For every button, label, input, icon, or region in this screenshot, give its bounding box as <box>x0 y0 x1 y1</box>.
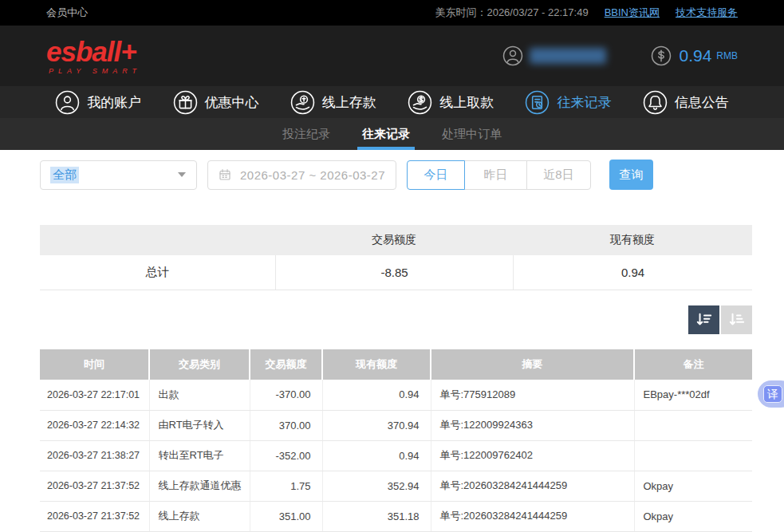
summary-header-balance: 现有额度 <box>513 225 752 255</box>
table-row: 2026-03-27 21:37:52线上存款351.00351.18单号:20… <box>40 501 752 531</box>
table-cell: Okpay <box>634 501 752 531</box>
summary-header: 交易额度 现有额度 <box>40 225 752 255</box>
column-header: 时间 <box>40 349 149 380</box>
date-range-value: 2026-03-27 ~ 2026-03-27 <box>240 168 385 182</box>
nav-item-gift[interactable]: 优惠中心 <box>173 90 259 115</box>
quick-date-button-0[interactable]: 今日 <box>407 160 465 190</box>
nav-item-user[interactable]: 我的账户 <box>55 90 141 115</box>
balance-currency: RMB <box>716 50 738 61</box>
date-range-input[interactable]: 2026-03-27 ~ 2026-03-27 <box>207 160 396 190</box>
transaction-type-select[interactable]: 全部 <box>40 160 197 190</box>
summary-header-empty <box>40 225 275 255</box>
column-header: 交易额度 <box>250 349 322 380</box>
withdraw-icon <box>408 90 432 115</box>
summary-header-trade: 交易额度 <box>275 225 513 255</box>
table-cell: 1.75 <box>250 471 322 501</box>
quick-date-group: 今日昨日近8日 <box>407 160 591 190</box>
deposit-icon <box>290 90 315 115</box>
logo-text: esball+ <box>46 37 141 65</box>
sort-descending-icon <box>695 312 713 328</box>
calendar-icon <box>218 167 232 182</box>
table-cell: 线上存款通道优惠 <box>149 471 250 501</box>
nav-label: 优惠中心 <box>205 93 259 112</box>
column-header: 现有额度 <box>322 349 431 380</box>
table-cell: 370.00 <box>250 410 322 440</box>
table-cell: -370.00 <box>250 380 322 410</box>
records-table-header: 时间交易类别交易额度现有额度摘要备注 <box>40 349 752 380</box>
table-cell <box>634 440 752 471</box>
table-cell: 2026-03-27 21:37:52 <box>40 501 149 531</box>
topbar-right: 美东时间：2026/03/27 - 22:17:49 BBIN资讯网 技术支持服… <box>435 6 738 20</box>
bell-icon <box>643 90 668 115</box>
table-cell: 370.94 <box>322 410 431 440</box>
sort-ascending-button[interactable] <box>721 305 752 334</box>
user-account[interactable] <box>502 45 606 66</box>
username-blurred <box>530 48 606 64</box>
table-cell: -352.00 <box>250 440 322 471</box>
table-cell: 352.94 <box>322 471 431 501</box>
table-cell: 由RT电子转入 <box>149 410 250 440</box>
table-cell: 线上存款 <box>149 501 250 531</box>
nav-label: 往来记录 <box>557 93 611 112</box>
subtab-1[interactable]: 往来记录 <box>357 118 415 150</box>
sort-ascending-icon <box>728 312 746 328</box>
translate-button[interactable]: 译 <box>758 380 784 408</box>
table-row: 2026-03-27 22:17:01出款-370.000.94单号:77591… <box>40 380 752 410</box>
subtab-0[interactable]: 投注纪录 <box>278 118 335 150</box>
summary-total-label: 总计 <box>40 255 275 290</box>
table-cell: Okpay <box>634 471 752 501</box>
table-cell: 转出至RT电子 <box>149 440 250 471</box>
table-row: 2026-03-27 21:38:27转出至RT电子-352.000.94单号:… <box>40 440 752 471</box>
bbin-news-link[interactable]: BBIN资讯网 <box>605 6 660 20</box>
nav-label: 线上取款 <box>439 93 494 112</box>
wallet-balance[interactable]: 0.94 RMB <box>651 45 738 66</box>
table-cell: 单号:775912089 <box>431 380 634 410</box>
user-icon <box>55 90 80 115</box>
filter-row: 全部 2026-03-27 ~ 2026-03-27 今日昨日近8日 查询 <box>40 160 752 190</box>
quick-date-button-1[interactable]: 昨日 <box>464 160 527 190</box>
column-header: 备注 <box>634 349 752 380</box>
quick-date-button-2[interactable]: 近8日 <box>526 160 591 190</box>
summary-total-row: 总计 -8.85 0.94 <box>40 255 752 290</box>
records-icon <box>525 90 550 115</box>
logo-tagline: PLAY SMART <box>49 68 141 75</box>
content-area: 全部 2026-03-27 ~ 2026-03-27 今日昨日近8日 查询 交易… <box>0 150 784 532</box>
table-row: 2026-03-27 21:37:52线上存款通道优惠1.75352.94单号:… <box>40 471 752 501</box>
column-header: 交易类别 <box>149 349 250 380</box>
nav-label: 我的账户 <box>87 93 141 112</box>
sort-descending-button[interactable] <box>688 305 719 334</box>
dollar-icon <box>651 45 672 66</box>
table-cell: 单号:202603284241444259 <box>431 501 634 531</box>
table-cell: EBpay-***02df <box>634 380 752 410</box>
summary-total-trade: -8.85 <box>275 255 513 290</box>
nav-item-withdraw[interactable]: 线上取款 <box>408 90 494 115</box>
table-cell: 0.94 <box>322 380 431 410</box>
column-header: 摘要 <box>431 349 634 380</box>
table-cell: 2026-03-27 22:17:01 <box>40 380 149 410</box>
table-cell: 2026-03-27 21:38:27 <box>40 440 149 471</box>
table-cell <box>634 410 752 440</box>
chevron-down-icon <box>178 172 186 177</box>
nav-item-bell[interactable]: 信息公告 <box>643 90 729 115</box>
tech-support-link[interactable]: 技术支持服务 <box>676 6 738 20</box>
search-button[interactable]: 查询 <box>609 160 653 190</box>
eastern-time-label: 美东时间：2026/03/27 - 22:17:49 <box>435 6 588 20</box>
records-table: 时间交易类别交易额度现有额度摘要备注 2026-03-27 22:17:01出款… <box>40 349 752 532</box>
table-row: 2026-03-27 22:14:32由RT电子转入370.00370.94单号… <box>40 410 752 440</box>
nav-item-deposit[interactable]: 线上存款 <box>290 90 376 115</box>
member-center-title: 会员中心 <box>46 6 88 20</box>
nav-item-records[interactable]: 往来记录 <box>525 90 611 115</box>
sort-controls <box>40 305 752 334</box>
subtab-2[interactable]: 处理中订单 <box>437 118 506 150</box>
summary-table: 交易额度 现有额度 总计 -8.85 0.94 <box>40 225 752 290</box>
avatar-icon <box>502 45 523 66</box>
esball-logo[interactable]: esball+ PLAY SMART <box>46 37 141 75</box>
nav-label: 线上存款 <box>322 93 376 112</box>
table-cell: 单号:202603284241444259 <box>431 471 634 501</box>
table-cell: 2026-03-27 22:14:32 <box>40 410 149 440</box>
table-cell: 出款 <box>149 380 250 410</box>
table-cell: 单号:122009762402 <box>431 440 634 471</box>
table-cell: 单号:122009924363 <box>431 410 634 440</box>
balance-amount: 0.94 <box>679 46 711 65</box>
gift-icon <box>173 90 198 115</box>
